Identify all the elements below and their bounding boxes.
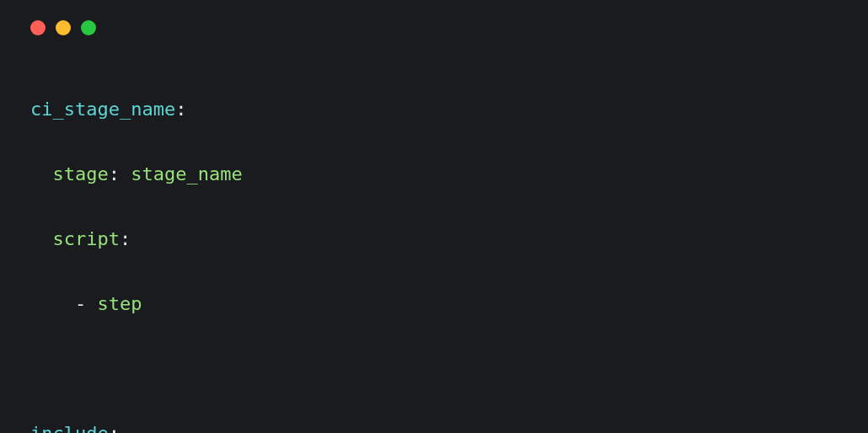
dash: - [75,293,98,314]
colon: : [120,228,131,249]
yaml-value: step [97,293,142,314]
colon: : [109,163,120,184]
code-line: include: [30,418,838,434]
code-window: ci_stage_name: stage: stage_name script:… [0,0,868,433]
window-titlebar [0,0,868,51]
code-line: stage: stage_name [30,158,838,191]
code-line-blank [30,353,838,386]
yaml-key: include [30,423,109,434]
maximize-icon[interactable] [81,20,96,35]
yaml-key: ci_stage_name [30,99,175,120]
code-block: ci_stage_name: stage: stage_name script:… [0,51,868,433]
colon: : [109,423,120,434]
minimize-icon[interactable] [56,20,71,35]
yaml-value: stage_name [131,163,242,184]
space [120,163,131,184]
yaml-key: stage [52,163,108,184]
colon: : [175,99,186,120]
code-line: - step [30,288,838,321]
close-icon[interactable] [30,20,46,35]
yaml-key: script [52,228,119,249]
code-line: ci_stage_name: [30,94,838,126]
code-line: script: [30,223,838,256]
